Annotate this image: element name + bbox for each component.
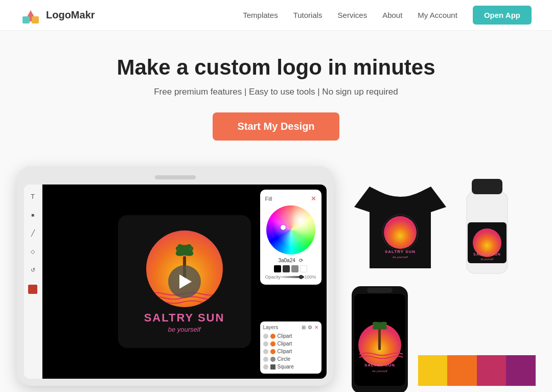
tshirt-svg: SALTRY SUN be yourself	[349, 166, 451, 279]
layers-panel: Layers ⊞ ⚙ ✕ Clipart	[260, 321, 321, 374]
layer-visibility-toggle[interactable]	[263, 341, 268, 347]
tablet-top-bar	[24, 175, 327, 179]
play-icon	[179, 274, 192, 289]
fill-label: Fill	[265, 196, 272, 202]
preset-swatches	[265, 265, 316, 272]
layers-label: Layers	[263, 325, 279, 330]
color-palette	[418, 355, 536, 386]
tshirt-mockup: SALTRY SUN be yourself	[349, 166, 451, 279]
layers-settings-icon[interactable]: ⚙	[308, 325, 312, 330]
editor-canvas[interactable]: SALTRY SUN be yourself Fill ✕	[42, 185, 327, 379]
swatch-dark[interactable]	[283, 265, 290, 272]
tablet-device: T ■ ╱ ◇ ↺	[17, 166, 334, 386]
logo-icon	[20, 5, 41, 26]
bottle-svg: SALTRY SUN be yourself	[456, 171, 523, 279]
layers-add-icon[interactable]: ⊞	[302, 325, 306, 330]
nav-link-tutorials[interactable]: Tutorials	[293, 11, 323, 19]
swatch-white[interactable]	[300, 265, 307, 272]
play-button[interactable]	[168, 265, 201, 298]
color-panel-header: Fill ✕	[265, 195, 316, 202]
layer-visibility-toggle[interactable]	[263, 364, 268, 370]
swatch-black[interactable]	[274, 265, 281, 272]
nav-link-services[interactable]: Services	[338, 11, 367, 19]
list-item: Circle	[263, 355, 318, 363]
logo-text: LogoMakr	[46, 9, 95, 21]
editor-screen: T ■ ╱ ◇ ↺	[24, 185, 327, 379]
opacity-label: Opacity	[265, 274, 281, 280]
editor-toolbar: T ■ ╱ ◇ ↺	[24, 185, 42, 379]
list-item: Clipart	[263, 340, 318, 348]
svg-rect-21	[367, 288, 393, 293]
tablet-editor: T ■ ╱ ◇ ↺	[17, 166, 334, 386]
brand-name-text: SALTRY SUN	[144, 311, 225, 325]
tablet-home-button	[155, 175, 196, 179]
text-tool[interactable]: T	[27, 191, 38, 202]
layers-header: Layers ⊞ ⚙ ✕	[263, 325, 318, 330]
svg-rect-23	[378, 327, 381, 350]
nav-link-about[interactable]: About	[382, 11, 402, 19]
layer-thumbnail	[270, 357, 275, 362]
phone-mockup: SALTRY SUN be yourself	[349, 284, 410, 392]
color-wheel[interactable]	[266, 205, 315, 255]
color-panel-close-button[interactable]: ✕	[311, 195, 316, 202]
nav-link-account[interactable]: My Account	[418, 11, 457, 19]
product-mockups: SALTRY SUN be yourself	[349, 166, 536, 392]
tagline-text: be yourself	[168, 326, 201, 333]
layer-name: Circle	[278, 356, 291, 362]
list-item: Clipart	[263, 332, 318, 340]
list-item: Clipart	[263, 348, 318, 355]
hex-value: 3a0a24 ⟳	[265, 258, 316, 263]
svg-point-10	[384, 216, 417, 249]
layer-visibility-toggle[interactable]	[263, 349, 268, 354]
palette-color-purple	[506, 355, 536, 386]
logo[interactable]: LogoMakr	[20, 5, 95, 26]
svg-text:be yourself: be yourself	[372, 370, 388, 373]
layers-icons: ⊞ ⚙ ✕	[302, 325, 318, 330]
demo-section: T ■ ╱ ◇ ↺	[0, 151, 552, 392]
svg-text:SALTRY SUN: SALTRY SUN	[473, 252, 501, 256]
color-picker-panel: Fill ✕ 3a0a24 ⟳	[260, 190, 321, 285]
bottom-mockup-row: SALTRY SUN be yourself	[349, 284, 536, 392]
swatch-mid[interactable]	[291, 265, 298, 272]
svg-text:SALTRY SUN: SALTRY SUN	[384, 249, 415, 254]
palette-color-pink	[477, 355, 507, 386]
open-app-button[interactable]: Open App	[473, 6, 532, 25]
opacity-handle[interactable]	[299, 275, 303, 279]
hero-section: Make a custom logo in minutes Free premi…	[0, 31, 552, 151]
svg-text:be yourself: be yourself	[480, 258, 493, 261]
layer-visibility-toggle[interactable]	[263, 357, 268, 362]
layer-thumbnail	[270, 349, 275, 354]
pen-tool[interactable]: ╱	[27, 227, 38, 239]
layer-name: Clipart	[278, 333, 292, 339]
layer-thumbnail	[270, 334, 275, 339]
svg-text:SALTRY SUN: SALTRY SUN	[364, 363, 395, 367]
svg-rect-1	[22, 16, 30, 24]
phone-svg: SALTRY SUN be yourself	[349, 284, 410, 392]
nav-link-templates[interactable]: Templates	[243, 11, 278, 19]
color-swatch-tool[interactable]	[28, 285, 37, 294]
layer-visibility-toggle[interactable]	[263, 334, 268, 339]
opacity-value: 100%	[304, 274, 316, 280]
svg-rect-2	[32, 16, 39, 24]
nav-links: Templates Tutorials Services About My Ac…	[243, 6, 532, 25]
layer-name: Square	[278, 364, 294, 370]
layer-name: Clipart	[278, 349, 292, 354]
layer-name: Clipart	[278, 341, 292, 347]
layer-thumbnail	[270, 341, 275, 347]
fill-tool[interactable]: ◇	[27, 246, 38, 257]
palette-color-orange	[447, 355, 477, 386]
opacity-control: Opacity 100%	[265, 274, 316, 280]
start-design-button[interactable]: Start My Design	[213, 112, 339, 141]
top-mockup-row: SALTRY SUN be yourself	[349, 166, 536, 279]
shape-tool[interactable]: ■	[27, 209, 38, 220]
svg-text:be yourself: be yourself	[393, 256, 408, 259]
layers-close-icon[interactable]: ✕	[314, 325, 318, 330]
hero-subtitle: Free premium features | Easy to use tool…	[20, 87, 532, 97]
bottle-mockup: SALTRY SUN be yourself	[456, 171, 528, 279]
svg-rect-14	[472, 179, 502, 194]
history-tool[interactable]: ↺	[27, 264, 38, 275]
layer-thumbnail	[270, 364, 275, 370]
opacity-slider[interactable]	[281, 276, 304, 278]
navbar: LogoMakr Templates Tutorials Services Ab…	[0, 0, 552, 31]
palette-color-yellow	[418, 355, 448, 386]
